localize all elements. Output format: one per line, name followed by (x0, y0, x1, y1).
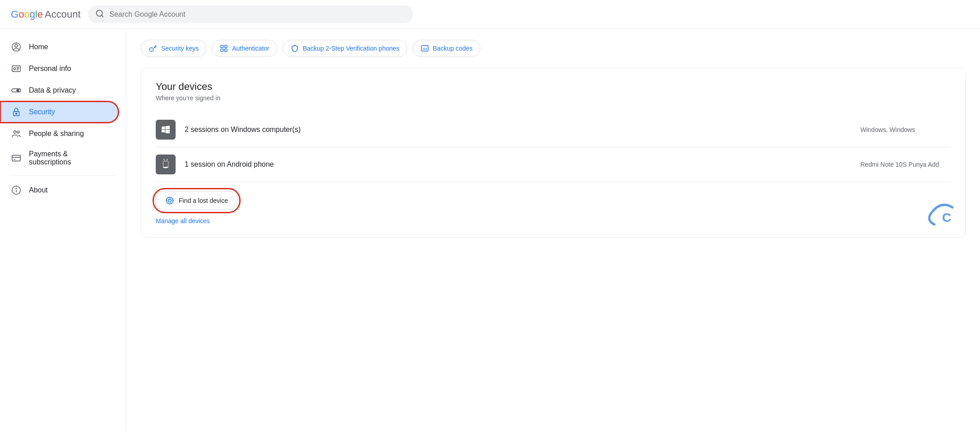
manage-all-devices-link[interactable]: Manage all devices (156, 217, 210, 225)
svg-line-1 (101, 15, 103, 17)
svg-rect-24 (221, 49, 223, 52)
info-icon (11, 185, 22, 196)
svg-point-14 (17, 131, 19, 133)
find-device-icon (165, 196, 174, 205)
toggle-icon (11, 85, 22, 96)
sidebar-item-people-sharing-label: People & sharing (29, 130, 84, 138)
your-devices-subtitle: Where you’re signed in (156, 94, 951, 102)
chip-authenticator[interactable]: Authenticator (212, 40, 277, 57)
sidebar-item-security[interactable]: Security (0, 101, 119, 123)
svg-point-33 (167, 197, 173, 204)
device-row-android[interactable]: 1 session on Android phone Redmi Note 10… (156, 147, 951, 182)
chips-row: Security keys Authenticator (141, 40, 966, 57)
id-card-icon (11, 63, 22, 74)
sidebar-item-home-label: Home (29, 43, 48, 51)
header: Google Account (0, 0, 980, 29)
svg-point-5 (14, 68, 16, 70)
svg-text:123: 123 (423, 47, 427, 50)
android-device-icon (156, 155, 176, 174)
123-chip-icon: 123 (420, 44, 429, 53)
svg-line-32 (167, 159, 168, 160)
svg-rect-23 (225, 45, 227, 47)
grid-chip-icon (219, 44, 228, 53)
chip-authenticator-label: Authenticator (232, 45, 269, 52)
people-icon (11, 128, 22, 139)
svg-rect-22 (221, 45, 223, 47)
svg-text:C: C (942, 211, 951, 225)
person-circle-icon (11, 42, 22, 52)
sidebar-item-payments[interactable]: Payments & subscriptions (0, 145, 119, 172)
main-content: Security keys Authenticator (126, 29, 980, 431)
logo-account-text: Account (45, 9, 81, 20)
svg-rect-29 (163, 161, 168, 167)
search-icon (95, 9, 104, 19)
shield-chip-icon (290, 44, 299, 53)
svg-point-10 (17, 89, 19, 92)
chip-security-keys[interactable]: Security keys (141, 40, 206, 57)
chip-backup-codes-label: Backup codes (433, 45, 473, 52)
find-lost-device-label: Find a lost device (179, 197, 228, 204)
svg-rect-15 (12, 155, 20, 161)
sidebar-item-data-privacy-label: Data & privacy (29, 86, 76, 94)
card-icon (11, 153, 22, 164)
sidebar-item-personal-info-label: Personal info (29, 65, 71, 73)
svg-point-30 (165, 167, 167, 169)
main-layout: Home Personal info (0, 29, 980, 431)
key-chip-icon (149, 44, 158, 53)
sidebar-item-home[interactable]: Home (0, 36, 119, 58)
svg-rect-25 (225, 49, 227, 52)
android-device-label: 1 session on Android phone (185, 160, 851, 169)
chip-backup-codes[interactable]: 123 Backup codes (413, 40, 480, 57)
sidebar-item-people-sharing[interactable]: People & sharing (0, 123, 119, 145)
windows-device-label: 2 sessions on Windows computer(s) (185, 126, 851, 134)
sidebar-item-data-privacy[interactable]: Data & privacy (0, 80, 119, 101)
lock-icon (11, 107, 22, 117)
your-devices-title: Your devices (156, 81, 951, 93)
svg-point-34 (168, 199, 172, 202)
svg-point-20 (16, 188, 16, 188)
search-bar[interactable] (88, 5, 413, 23)
svg-point-13 (14, 131, 17, 134)
svg-point-12 (16, 113, 17, 114)
sidebar-item-security-label: Security (29, 108, 55, 116)
windows-device-detail: Windows, Windows (860, 126, 951, 133)
sidebar-item-about-label: About (29, 186, 48, 194)
sidebar-divider (11, 175, 115, 176)
sidebar: Home Personal info (0, 29, 126, 431)
svg-point-21 (150, 48, 153, 52)
google-logo: Google Account (11, 9, 81, 20)
find-lost-device-button[interactable]: Find a lost device (156, 191, 237, 210)
sidebar-item-payments-label: Payments & subscriptions (29, 150, 108, 166)
sidebar-item-personal-info[interactable]: Personal info (0, 58, 119, 80)
corner-watermark-icon: C (928, 203, 955, 230)
chip-backup-2step-label: Backup 2-Step Verification phones (303, 45, 399, 52)
your-devices-card: Your devices Where you’re signed in 2 se… (141, 68, 966, 238)
windows-device-icon (156, 120, 176, 140)
sidebar-item-about[interactable]: About (0, 179, 119, 201)
android-device-detail: Redmi Note 10S Punya Add (860, 161, 951, 168)
chip-backup-2step[interactable]: Backup 2-Step Verification phones (283, 40, 407, 57)
device-row-windows[interactable]: 2 sessions on Windows computer(s) Window… (156, 112, 951, 147)
svg-point-3 (15, 44, 18, 47)
svg-line-31 (164, 159, 165, 160)
your-devices-section: Your devices Where you’re signed in 2 se… (141, 68, 966, 238)
search-input[interactable] (110, 10, 406, 19)
chip-security-keys-label: Security keys (161, 45, 199, 52)
